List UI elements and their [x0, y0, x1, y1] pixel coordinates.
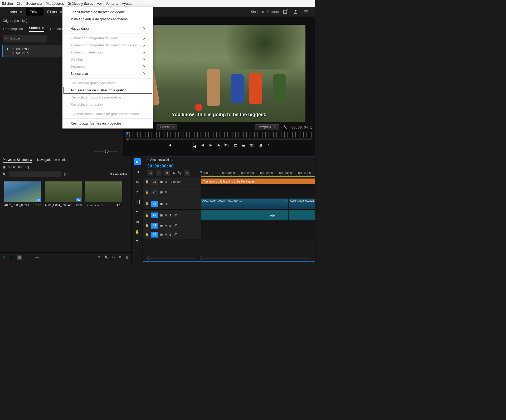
tab-subtitles[interactable]: Subtítulos — [29, 26, 44, 32]
dd-replace-fonts[interactable]: Reemplazar fuentes en proyectos... — [62, 120, 153, 127]
go-to-out-icon[interactable]: ⯈| — [225, 143, 229, 147]
lock-icon[interactable]: 🔓 — [145, 180, 149, 184]
menu-edicion[interactable]: Edición — [2, 2, 13, 6]
lift-icon[interactable]: ⬒ — [233, 143, 238, 147]
settings-icon[interactable]: 🔧 — [283, 125, 287, 129]
bin-item[interactable]: HD A001_C064_09224Y…2:08 — [45, 181, 82, 207]
lock-icon[interactable]: 🔓 — [145, 202, 149, 205]
solo-icon[interactable]: S — [169, 224, 171, 227]
icon-view-icon[interactable]: ▦ — [17, 255, 22, 260]
extract-icon[interactable]: ⬓ — [241, 143, 246, 147]
caption-track-icon[interactable]: cc — [184, 170, 190, 176]
filter-bin-icon[interactable]: ▥ — [64, 172, 66, 176]
lock-icon[interactable]: 🔓 — [145, 233, 149, 236]
rectangle-tool-icon[interactable]: ▭ — [134, 218, 141, 225]
tab-graphics[interactable]: Gráficos — [50, 27, 62, 31]
sort-icon[interactable]: ○— — [34, 255, 39, 259]
track-select-tool-icon[interactable]: ⇥ — [134, 168, 141, 175]
playhead-line[interactable] — [201, 172, 201, 254]
voice-icon[interactable]: 🎤 — [173, 233, 177, 236]
mark-in-icon[interactable]: { — [176, 143, 180, 147]
sync-lock-icon[interactable]: ▣ — [160, 233, 163, 236]
bin-item[interactable]: Secuencia 014:15 — [85, 181, 122, 207]
dd-add-adobe-fonts[interactable]: Añadir fuentes de fuentes de Adobe... — [62, 8, 153, 16]
compare-icon[interactable]: ◨ — [258, 143, 262, 147]
dd-install-mogrt[interactable]: Instalar plantilla de gráficos animados.… — [62, 16, 153, 23]
track-toggle-icon[interactable]: ▣ — [160, 180, 163, 184]
resolution-select[interactable]: Completa▼ — [255, 124, 279, 130]
dd-new-layer[interactable]: Nueva capa❯ — [62, 25, 153, 32]
playhead-icon[interactable] — [126, 132, 129, 135]
menu-ver[interactable]: Ver — [97, 2, 102, 6]
tab-media-browser[interactable]: Navegador de medios — [37, 158, 68, 162]
menu-graficos[interactable]: Gráficos y títulos — [67, 2, 93, 6]
sync-lock-icon[interactable]: ▣ — [160, 190, 163, 194]
lock-icon[interactable]: 🔓 — [145, 214, 149, 217]
workspace-edit[interactable]: Editar — [26, 8, 43, 16]
timeline-seq-tab[interactable]: Secuencia 01 — [150, 158, 169, 162]
type-tool-icon[interactable]: T — [134, 238, 141, 245]
dd-upgrade-caption-to-graphic[interactable]: Actualizar pie de ilustración a gráfico — [64, 87, 152, 94]
menu-ayuda[interactable]: Ayuda — [122, 2, 132, 6]
selection-tool-icon[interactable]: ▶ — [134, 158, 141, 165]
track-v2-label[interactable]: V2 — [151, 189, 158, 195]
step-back-icon[interactable]: ◀| — [201, 143, 205, 147]
workspace-import[interactable]: Importar — [4, 8, 26, 16]
program-scrollbar[interactable] — [126, 139, 312, 140]
new-bin-icon[interactable]: 🗀 — [112, 255, 115, 259]
timeline-scrollbar[interactable] — [200, 258, 311, 259]
menu-marcadores[interactable]: Marcadores — [46, 2, 64, 6]
program-ruler[interactable] — [126, 132, 312, 137]
sync-lock-icon[interactable]: ▣ — [160, 224, 163, 227]
tab-project[interactable]: Proyecto: Sin título ≡ — [3, 158, 32, 162]
eye-icon[interactable]: 👁 — [165, 202, 168, 205]
new-item-icon[interactable]: 🗏 — [119, 255, 122, 259]
razor-tool-icon[interactable]: ✂ — [134, 188, 141, 195]
eye-icon[interactable]: 👁 — [165, 191, 168, 194]
text-zoom-slider[interactable] — [94, 151, 118, 152]
insert-mode-icon[interactable]: ⇲ — [147, 170, 153, 176]
mute-icon[interactable]: M — [165, 224, 167, 227]
audio-clip[interactable]: ◆|◆fx — [289, 210, 315, 220]
bin-item[interactable]: HD A002_C009_09221…2:07 — [4, 181, 41, 207]
video-clip[interactable]: A002_C009_092221_001.mp4…fx — [289, 199, 315, 209]
track-a1-label[interactable]: A1 — [151, 213, 158, 218]
video-clip[interactable]: A001_C064_09224Y_001.mp4 …fx — [201, 199, 288, 209]
button-editor-icon[interactable]: ✦ — [266, 143, 270, 147]
wrench-icon[interactable]: 🔧 — [178, 171, 182, 175]
delete-icon[interactable]: 🗑 — [126, 255, 129, 259]
sync-lock-icon[interactable]: ▣ — [160, 214, 163, 217]
snap-icon[interactable]: ∩ — [156, 170, 162, 176]
workspace-menu-icon[interactable] — [304, 9, 309, 14]
slider-handle-icon[interactable] — [105, 150, 109, 153]
find-icon[interactable]: 🔍 — [104, 255, 108, 259]
eye-icon[interactable]: 👁 — [165, 180, 168, 184]
project-search[interactable] — [9, 171, 61, 177]
subtitle-search[interactable]: Buscar — [3, 35, 47, 42]
hand-tool-icon[interactable]: ✋ — [134, 228, 141, 235]
play-icon[interactable]: ▶ — [209, 143, 213, 147]
menu-ventana[interactable]: Ventana — [106, 2, 118, 6]
write-mode-icon[interactable]: ✎ — [3, 255, 5, 259]
menu-secuencia[interactable]: Secuencia — [26, 2, 42, 6]
solo-icon[interactable]: S — [169, 233, 171, 236]
zoom-fit-select[interactable]: Ajustar▼ — [157, 124, 177, 130]
ripple-tool-icon[interactable]: ⇆ — [134, 178, 141, 185]
quick-export-icon[interactable] — [283, 9, 288, 14]
sync-lock-icon[interactable]: ▣ — [160, 202, 163, 205]
subtitle-clip[interactable]: You know , this is going to be the bigge… — [201, 179, 315, 184]
slip-tool-icon[interactable]: |↔| — [134, 198, 141, 205]
go-to-in-icon[interactable]: |⯇ — [193, 143, 197, 147]
track-c1[interactable]: C1 — [151, 179, 158, 185]
lock-icon[interactable]: 🔓 — [145, 224, 149, 227]
program-video[interactable]: You know , this is going to be the bigge… — [133, 25, 305, 122]
dd-select[interactable]: Seleccionar❯ — [62, 70, 153, 77]
share-icon[interactable] — [293, 9, 298, 14]
solo-icon[interactable]: S — [169, 214, 171, 217]
step-fwd-icon[interactable]: |▶ — [217, 143, 221, 147]
linked-sel-icon[interactable]: ⧉ — [164, 170, 170, 176]
track-a2-label[interactable]: A2 — [151, 223, 158, 229]
lock-icon[interactable]: 🔓 — [145, 190, 149, 194]
mute-icon[interactable]: M — [165, 233, 167, 236]
pen-tool-icon[interactable]: ✒ — [134, 208, 141, 215]
